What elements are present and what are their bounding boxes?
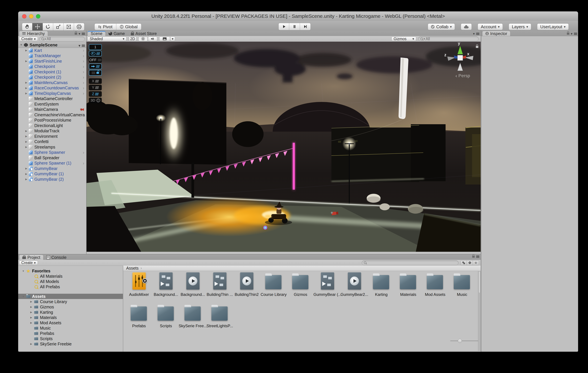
- layers-button[interactable]: Layers ▾: [509, 23, 531, 30]
- hierarchy-item[interactable]: ▶ TrackManager ›: [18, 53, 86, 59]
- expand-arrow-icon[interactable]: ▶: [25, 140, 27, 143]
- transform-tool-button[interactable]: [74, 23, 84, 31]
- scene-menu-icon[interactable]: [82, 45, 85, 47]
- prefab-chevron-icon[interactable]: ›: [83, 70, 84, 74]
- chevron-down-icon[interactable]: ▾: [79, 44, 80, 48]
- progrids-snap-size-button[interactable]: 1: [89, 44, 102, 50]
- panel-menu-icon[interactable]: [574, 33, 577, 35]
- collapse-arrow-icon[interactable]: ▼: [22, 270, 25, 272]
- step-button[interactable]: [300, 23, 311, 30]
- hierarchy-item[interactable]: ▶ MainCamera ›: [18, 107, 86, 112]
- expand-arrow-icon[interactable]: ▶: [25, 86, 27, 90]
- prefab-chevron-icon[interactable]: ›: [83, 75, 84, 79]
- expand-arrow-icon[interactable]: ▶: [25, 92, 27, 95]
- project-create-button[interactable]: Create ▾: [19, 261, 38, 265]
- hierarchy-item[interactable]: ▶ MainMenuCanvas ›: [18, 80, 86, 85]
- expand-arrow-icon[interactable]: ▶: [25, 129, 27, 132]
- global-toggle-button[interactable]: Global: [116, 23, 141, 30]
- progrids-x-axis-button[interactable]: X: [89, 78, 102, 84]
- asset-item[interactable]: Prefabs: [126, 303, 152, 334]
- progrids-push-to-grid-button[interactable]: [89, 64, 102, 69]
- panel-menu-icon[interactable]: [476, 33, 479, 35]
- collapse-arrow-icon[interactable]: ▼: [22, 295, 25, 298]
- project-tree-item[interactable]: ▼ ▶ ★ Favorites: [18, 268, 123, 274]
- saved-searches-button[interactable]: ★: [473, 260, 479, 265]
- pan-tool-button[interactable]: [22, 23, 32, 31]
- collab-button[interactable]: Collab ▾: [428, 23, 455, 30]
- search-by-label-button[interactable]: [467, 260, 473, 265]
- project-tree-item[interactable]: ▼ ▶ ★ Materials: [18, 315, 123, 320]
- expand-arrow-icon[interactable]: ▶: [25, 167, 27, 170]
- hierarchy-item[interactable]: ▶ GummyBear (1) ›: [18, 171, 86, 177]
- hierarchy-item[interactable]: ▶ Streelamps ›: [18, 144, 86, 150]
- hierarchy-item[interactable]: ▶ Checkpoint (1) ›: [18, 69, 86, 75]
- project-tree-item[interactable]: ▼ ▶ ★ All Materials: [18, 274, 123, 279]
- scale-tool-button[interactable]: [53, 23, 63, 31]
- shading-mode-dropdown[interactable]: Shaded ▾: [87, 37, 126, 41]
- play-button[interactable]: [278, 23, 289, 30]
- prefab-chevron-icon[interactable]: ›: [83, 161, 84, 165]
- hierarchy-item[interactable]: ▶ GummyBear (2) ›: [18, 177, 86, 182]
- progrids-3d-button[interactable]: 3D: [89, 98, 102, 103]
- asset-item[interactable]: Background...: [179, 272, 206, 303]
- hierarchy-search-input[interactable]: ▾ All: [39, 37, 85, 41]
- asset-item[interactable]: GummyBear (...: [314, 272, 341, 303]
- chevron-down-icon[interactable]: ▾: [79, 32, 80, 36]
- project-tree-item[interactable]: ▼ ▶ ★ Assets: [18, 294, 123, 299]
- scene-viewport[interactable]: 1 OFF X Y Z 3D: [86, 42, 481, 252]
- pause-button[interactable]: [289, 23, 300, 30]
- breadcrumb-assets[interactable]: Assets: [126, 266, 139, 271]
- gizmos-dropdown[interactable]: Gizmos ▾: [391, 37, 416, 41]
- tab-hierarchy[interactable]: Hierarchy: [19, 31, 48, 36]
- progrids-visibility-button[interactable]: [89, 51, 102, 56]
- hierarchy-item[interactable]: ▶ Sphere Spawner ›: [18, 150, 86, 155]
- expand-arrow-icon[interactable]: ▶: [30, 311, 32, 314]
- thumbnail-size-slider[interactable]: [450, 339, 478, 343]
- asset-item[interactable]: GummyBear2...: [341, 272, 368, 303]
- asset-item[interactable]: Scripts: [152, 303, 179, 334]
- tab-inspector[interactable]: Inspector: [482, 31, 510, 36]
- prefab-chevron-icon[interactable]: ›: [83, 86, 84, 90]
- scene-root-row[interactable]: ▼ SampleScene ▾: [18, 42, 86, 48]
- prefab-chevron-icon[interactable]: ›: [83, 54, 84, 58]
- rect-tool-button[interactable]: [63, 23, 74, 31]
- hierarchy-item[interactable]: ▶ TimeDisplayCanvas ›: [18, 91, 86, 96]
- progrids-follow-grid-button[interactable]: [89, 70, 102, 76]
- hierarchy-item[interactable]: ▶ Environment ›: [18, 134, 86, 139]
- hierarchy-item[interactable]: ▶ Sphere Spawner (1) ›: [18, 160, 86, 166]
- hierarchy-item[interactable]: ▶ DirectionalLight ›: [18, 123, 86, 128]
- asset-item[interactable]: BuildingThin2: [233, 272, 260, 303]
- hierarchy-item[interactable]: ▶ Ball Spreader ›: [18, 155, 86, 160]
- chevron-down-icon[interactable]: ▾: [473, 32, 475, 36]
- pivot-toggle-button[interactable]: Pivot: [94, 23, 116, 30]
- prefab-chevron-icon[interactable]: ›: [83, 48, 84, 53]
- scene-effects-toggle[interactable]: [159, 37, 170, 41]
- hierarchy-item[interactable]: ▶ Checkpoint ›: [18, 64, 86, 69]
- panel-menu-icon[interactable]: [82, 33, 85, 35]
- hierarchy-item[interactable]: ▶ RaceCountdownCanvas ›: [18, 85, 86, 91]
- asset-item[interactable]: Karting: [368, 272, 395, 303]
- tab-console[interactable]: Console: [43, 255, 70, 260]
- expand-arrow-icon[interactable]: ▶: [30, 305, 32, 309]
- asset-item[interactable]: Music: [449, 272, 475, 303]
- asset-item[interactable]: Materials: [395, 272, 422, 303]
- project-tree-item[interactable]: ▼ ▶ ★ All Prefabs: [18, 284, 123, 289]
- hierarchy-item[interactable]: ▶ MetaGameController ›: [18, 96, 86, 102]
- asset-item[interactable]: SkySerie Free...: [179, 303, 206, 334]
- expand-arrow-icon[interactable]: ▶: [30, 300, 32, 303]
- project-search-input[interactable]: [362, 260, 459, 265]
- search-by-type-button[interactable]: [461, 260, 467, 265]
- project-tree-item[interactable]: ▼ ▶ ★ Scripts: [18, 336, 123, 341]
- expand-arrow-icon[interactable]: ▶: [25, 178, 27, 181]
- tab-asset-store[interactable]: Asset Store: [128, 31, 160, 36]
- project-tree-item[interactable]: ▼ ▶ ★ Prefabs: [18, 331, 123, 336]
- hierarchy-item[interactable]: ▶ Confetti ›: [18, 139, 86, 145]
- projection-mode-button[interactable]: ‹ Persp: [455, 73, 470, 79]
- prefab-chevron-icon[interactable]: ›: [83, 150, 84, 155]
- prefab-chevron-icon[interactable]: ›: [83, 59, 84, 63]
- project-tree-item[interactable]: ▼ ▶ ★ SkySerie Freebie: [18, 341, 123, 347]
- effects-dropdown[interactable]: ▾: [170, 37, 175, 41]
- expand-arrow-icon[interactable]: ▶: [25, 60, 27, 63]
- expand-arrow-icon[interactable]: ▶: [25, 146, 27, 149]
- expand-arrow-icon[interactable]: ▶: [25, 172, 27, 175]
